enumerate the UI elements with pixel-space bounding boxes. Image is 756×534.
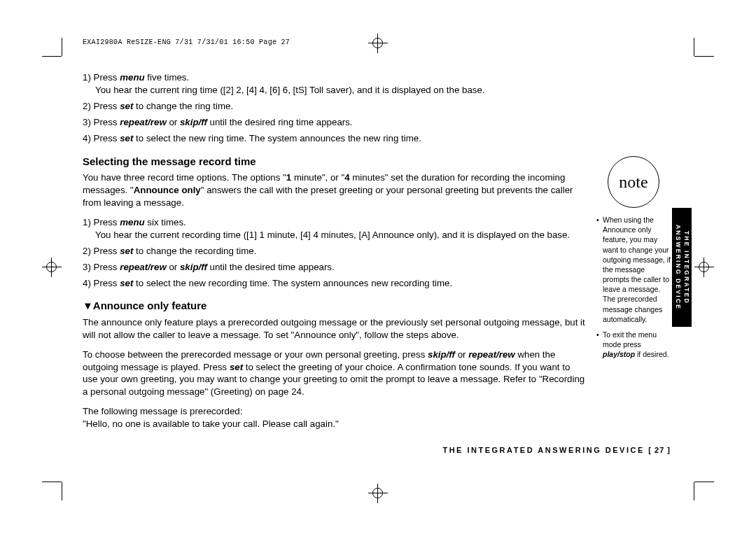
- section-tab: THE INTEGRATED ANSWERING DEVICE: [672, 208, 692, 327]
- print-header: EXAI2980A ReSIZE-ENG 7/31 7/31/01 16:50 …: [83, 38, 290, 46]
- tab-line-1: THE INTEGRATED: [683, 231, 690, 304]
- rstep-4: 4) Press set to select the new recording…: [83, 277, 587, 290]
- page-footer: THE INTEGRATED ANSWERING DEVICE [ 27 ]: [83, 446, 671, 454]
- prerecorded-msg: "Hello, no one is available to take your…: [83, 418, 587, 430]
- tab-line-2: ANSWERING DEVICE: [675, 225, 682, 310]
- registration-mark-left: [42, 258, 62, 277]
- rstep-1: 1) Press menu six times. You hear the cu…: [83, 216, 587, 241]
- registration-mark-top: [368, 34, 388, 53]
- note-item-1: When using the Announce only feature, yo…: [596, 215, 671, 324]
- heading-announce-only: ▼Announce only feature: [83, 299, 587, 313]
- heading-record-time: Selecting the message record time: [83, 155, 587, 169]
- rstep-1-sub: You hear the current recording time ([1]…: [95, 229, 587, 241]
- record-time-intro: You have three record time options. The …: [83, 171, 587, 209]
- footer-section: THE INTEGRATED ANSWERING DEVICE: [442, 446, 648, 454]
- note-sidebar: note When using the Announce only featur…: [596, 156, 671, 365]
- rstep-2: 2) Press set to change the recording tim…: [83, 245, 587, 258]
- page-number: [ 27 ]: [648, 446, 671, 454]
- note-item-2: To exit the menu mode press play/stop if…: [596, 330, 671, 360]
- main-content: 1) Press menu five times. You hear the c…: [83, 71, 587, 430]
- note-badge: note: [608, 156, 659, 208]
- step-2: 2) Press set to change the ring time.: [83, 100, 587, 113]
- registration-mark-bottom: [368, 484, 388, 503]
- registration-mark-right: [694, 258, 714, 277]
- document-page: EXAI2980A ReSIZE-ENG 7/31 7/31/01 16:50 …: [0, 0, 756, 534]
- step-1: 1) Press menu five times. You hear the c…: [83, 71, 587, 97]
- prerecorded-intro: The following message is prerecorded:: [83, 405, 587, 418]
- step-3: 3) Press repeat/rew or skip/ff until the…: [83, 116, 587, 129]
- step-4: 4) Press set to select the new ring time…: [83, 132, 587, 145]
- announce-p2: To choose between the prerecorded messag…: [83, 349, 587, 399]
- step-1-sub: You hear the current ring time ([2] 2, […: [95, 84, 587, 97]
- announce-p1: The announce only feature plays a prerec…: [83, 316, 587, 342]
- rstep-3: 3) Press repeat/rew or skip/ff until the…: [83, 261, 587, 274]
